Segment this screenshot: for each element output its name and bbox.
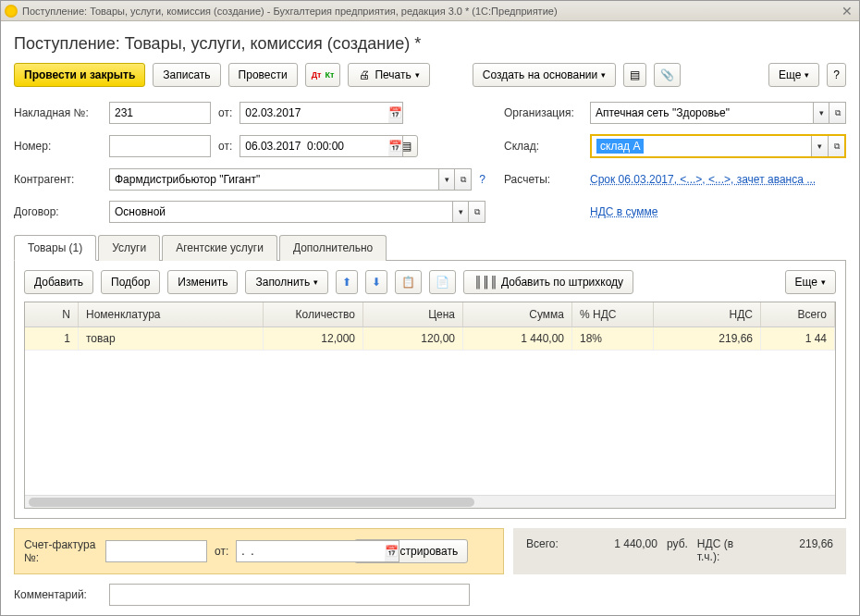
help-icon[interactable]: ? [479, 173, 485, 186]
chevron-down-icon: ▾ [805, 70, 809, 80]
clip-icon: 📎 [660, 68, 674, 81]
invoice-no-input[interactable] [109, 102, 211, 124]
post-close-button[interactable]: Провести и закрыть [14, 63, 145, 87]
comment-label: Комментарий: [14, 588, 102, 601]
tab-agency[interactable]: Агентские услуги [162, 235, 277, 261]
close-icon[interactable]: ✕ [839, 5, 855, 18]
help-button[interactable]: ? [827, 63, 846, 87]
tab-services[interactable]: Услуги [98, 235, 160, 261]
print-label: Печать [375, 68, 411, 81]
app-icon [5, 5, 18, 18]
warehouse-select[interactable]: склад А ▾ ⧉ [590, 134, 846, 158]
cell-sum: 1 440,00 [463, 327, 572, 350]
attach-button[interactable]: 📎 [654, 63, 681, 87]
open-ref-icon[interactable]: ⧉ [469, 201, 485, 223]
chevron-down-icon[interactable]: ▾ [813, 102, 829, 124]
sub-more-button[interactable]: Еще ▾ [785, 270, 836, 294]
goods-grid: N Номенклатура Количество Цена Сумма % Н… [24, 302, 836, 509]
col-sum[interactable]: Сумма [463, 302, 572, 326]
arrow-down-icon: ⬇ [372, 276, 381, 289]
calendar-icon[interactable]: 📅 [385, 540, 399, 562]
barcode-label: Добавить по штрихкоду [501, 276, 623, 289]
more-label: Еще [795, 276, 817, 289]
col-vat-percent[interactable]: % НДС [572, 302, 654, 326]
save-button[interactable]: Записать [153, 63, 220, 87]
open-ref-icon[interactable]: ⧉ [829, 102, 846, 124]
create-based-button[interactable]: Создать на основании ▾ [473, 63, 617, 87]
cell-n: 1 [25, 327, 79, 350]
settlements-label: Расчеты: [504, 173, 583, 186]
org-label: Организация: [504, 106, 583, 119]
doc-date-input[interactable] [240, 135, 388, 157]
invoice-date-input2[interactable] [236, 540, 385, 562]
invoice-date-input[interactable] [240, 102, 388, 124]
vat-value: 219,66 [743, 537, 833, 550]
move-up-button[interactable]: ⬆ [336, 270, 358, 294]
titlebar: Поступление: Товары, услуги, комиссия (с… [1, 1, 859, 21]
more-label: Еще [779, 68, 801, 81]
number-label: Номер: [14, 140, 102, 153]
chevron-down-icon: ▾ [313, 277, 318, 287]
cell-price: 120,00 [363, 327, 463, 350]
copy-button[interactable]: 📋 [395, 270, 422, 294]
paste-button[interactable]: 📄 [429, 270, 456, 294]
comment-input[interactable] [109, 584, 470, 606]
print-button[interactable]: 🖨 Печать ▾ [348, 63, 429, 87]
chevron-down-icon[interactable]: ▾ [452, 201, 469, 223]
open-ref-icon[interactable]: ⧉ [455, 168, 472, 191]
settlements-link[interactable]: Срок 06.03.2017, <...>, <...>, зачет ава… [590, 173, 846, 186]
post-button[interactable]: Провести [228, 63, 298, 87]
calendar-icon[interactable]: 📅 [388, 102, 403, 124]
grid-body[interactable]: 1 товар 12,000 120,00 1 440,00 18% 219,6… [25, 327, 835, 495]
more-button[interactable]: Еще ▾ [768, 63, 819, 87]
pick-button[interactable]: Подбор [101, 270, 160, 294]
vat-mode-link[interactable]: НДС в сумме [590, 205, 658, 218]
tab-extra[interactable]: Дополнительно [279, 235, 387, 261]
fill-button[interactable]: Заполнить ▾ [245, 270, 328, 294]
grid-header: N Номенклатура Количество Цена Сумма % Н… [25, 302, 835, 327]
sub-toolbar: Добавить Подбор Изменить Заполнить ▾ ⬆ ⬇… [24, 270, 836, 294]
col-nomenclature[interactable]: Номенклатура [79, 302, 264, 326]
chevron-down-icon: ▾ [821, 277, 826, 287]
edit-button[interactable]: Изменить [167, 270, 238, 294]
tab-goods[interactable]: Товары (1) [14, 235, 96, 261]
total-value: 1 440,00 [568, 537, 657, 550]
invoice-from-label: от: [215, 545, 228, 558]
move-down-button[interactable]: ⬇ [365, 270, 387, 294]
report-button[interactable]: ▤ [623, 63, 646, 87]
add-button[interactable]: Добавить [24, 270, 93, 294]
org-input[interactable] [590, 102, 813, 124]
doc-icon: ▤ [630, 68, 640, 81]
window: Поступление: Товары, услуги, комиссия (с… [0, 0, 860, 616]
chevron-down-icon[interactable]: ▾ [438, 168, 455, 191]
invoice-no-input2[interactable] [105, 540, 207, 562]
col-total[interactable]: Всего [761, 302, 835, 326]
counterparty-input[interactable] [109, 168, 438, 191]
from-label: от: [218, 106, 232, 119]
table-row[interactable]: 1 товар 12,000 120,00 1 440,00 18% 219,6… [25, 327, 835, 351]
create-based-label: Создать на основании [483, 68, 598, 81]
cell-nom: товар [79, 327, 264, 350]
dt-kt-button[interactable]: ДтКт [305, 63, 341, 87]
total-label: Всего: [526, 537, 559, 550]
invoice-label: Счет-фактура №: [24, 538, 98, 564]
col-vat[interactable]: НДС [654, 302, 761, 326]
footer: Счет-фактура №: от: 📅 Зарегистрировать В… [14, 528, 846, 574]
invoice-box: Счет-фактура №: от: 📅 Зарегистрировать [14, 528, 504, 574]
col-price[interactable]: Цена [363, 302, 463, 326]
warehouse-label: Склад: [504, 140, 583, 153]
col-n[interactable]: N [25, 302, 79, 326]
contract-label: Договор: [14, 205, 102, 218]
number-input[interactable] [109, 135, 211, 157]
fill-label: Заполнить [255, 276, 310, 289]
calendar-icon[interactable]: 📅 [388, 135, 403, 157]
printer-icon: 🖨 [358, 68, 371, 81]
barcode-button[interactable]: ║║║ Добавить по штрихкоду [463, 270, 633, 294]
horizontal-scrollbar[interactable] [25, 495, 835, 508]
cell-total: 1 44 [761, 327, 835, 350]
open-ref-icon[interactable]: ⧉ [828, 136, 844, 156]
col-quantity[interactable]: Количество [264, 302, 363, 326]
currency: руб. [667, 537, 688, 550]
chevron-down-icon[interactable]: ▾ [811, 136, 828, 156]
contract-input[interactable] [109, 201, 452, 223]
